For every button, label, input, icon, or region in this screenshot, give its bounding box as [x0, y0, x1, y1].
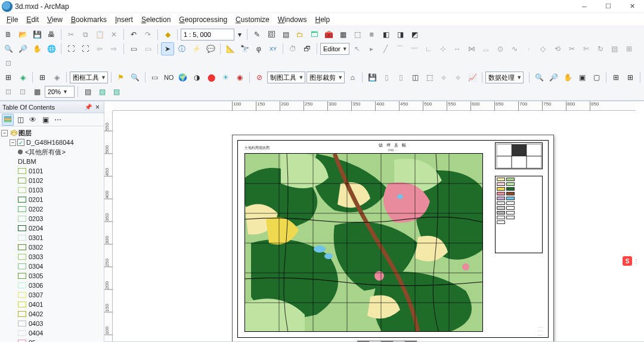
align-3-icon[interactable]: ◫: [408, 71, 422, 84]
zoom-in-icon[interactable]: 🔍: [2, 42, 15, 55]
menu-insert[interactable]: Insert: [111, 14, 137, 25]
world-icon[interactable]: 🌍: [176, 71, 189, 84]
html-popup-icon[interactable]: 💬: [204, 42, 217, 55]
layout-100-icon[interactable]: ▢: [590, 71, 603, 84]
close-panel-icon[interactable]: ×: [94, 103, 101, 111]
pin-icon[interactable]: 📌: [83, 104, 94, 110]
tree-value-row[interactable]: 0204: [1, 223, 103, 233]
tool-a-icon[interactable]: ◑: [190, 71, 203, 84]
page-canvas[interactable]: 土地利用现状图 镇 坪 县 幅 H48 ····: [113, 111, 636, 342]
list-by-drawing-order-icon[interactable]: [2, 114, 14, 126]
sun-icon[interactable]: ☀: [219, 71, 232, 84]
shuju-dropdown[interactable]: 数据处理 ▼: [485, 71, 524, 83]
select-elements-icon[interactable]: ➤: [161, 42, 174, 55]
editor-dropdown[interactable]: Editor ▼: [320, 43, 349, 55]
undo-icon[interactable]: ↶: [127, 28, 140, 41]
zoom-percent-dropdown[interactable]: 20% ▼: [45, 86, 75, 98]
minimize-button[interactable]: ─: [572, 0, 596, 13]
toc-tree[interactable]: − 图层 − ✓ D_G48H168044 <其他所有值> DLBM: [0, 126, 104, 342]
tree-value-row[interactable]: 0404: [1, 328, 103, 338]
layout-page[interactable]: 土地利用现状图 镇 坪 县 幅 H48 ····: [232, 135, 554, 342]
unknown-tool-1-icon[interactable]: ◧: [379, 28, 392, 41]
menu-view[interactable]: View: [43, 14, 67, 25]
menu-bookmarks[interactable]: Bookmarks: [67, 14, 111, 25]
collapse-icon[interactable]: −: [10, 139, 16, 146]
tuxing-dropdown[interactable]: 图形裁剪 ▼: [306, 71, 345, 83]
unknown-tool-3-icon[interactable]: ◩: [408, 28, 421, 41]
menu-help[interactable]: Help: [311, 14, 334, 25]
tree-value-row[interactable]: 0307: [1, 290, 103, 300]
tree-value-row[interactable]: 0401: [1, 300, 103, 309]
flag-icon[interactable]: ⚑: [114, 71, 128, 84]
identify-icon[interactable]: ⓘ: [175, 42, 188, 55]
tree-other-values[interactable]: <其他所有值>: [1, 147, 103, 157]
map-data-frame[interactable]: [244, 153, 483, 332]
stop-icon[interactable]: ⊘: [253, 71, 266, 84]
tukuang-dropdown[interactable]: 图框工具 ▼: [70, 71, 108, 83]
find-route-icon[interactable]: φ: [252, 42, 265, 55]
tree-value-row[interactable]: 0103: [1, 185, 103, 195]
scale-input[interactable]: [181, 29, 234, 41]
list-by-source-icon[interactable]: ◫: [14, 114, 26, 126]
tree-field-heading[interactable]: DLBM: [1, 157, 103, 166]
tool-c-icon[interactable]: ◉: [233, 71, 246, 84]
select-features-icon[interactable]: ▭: [127, 42, 140, 55]
tree-value-row[interactable]: 0101: [1, 166, 103, 176]
fixed-zoom-out-icon[interactable]: ⛶: [79, 42, 92, 55]
editor-toolbar-icon[interactable]: ✎: [250, 28, 264, 41]
full-extent-icon[interactable]: 🌐: [45, 42, 58, 55]
new-rectangle-icon[interactable]: ▭: [148, 71, 162, 84]
maximize-button[interactable]: ☐: [596, 0, 620, 13]
find-icon[interactable]: 🔭: [238, 42, 251, 55]
layout-back-icon[interactable]: ⊞: [609, 71, 623, 84]
python-window-icon[interactable]: ▦: [336, 28, 349, 41]
menu-windows[interactable]: Windows: [274, 14, 311, 25]
align-4-icon[interactable]: ⬚: [423, 71, 436, 84]
page-print-icon[interactable]: ▤: [110, 85, 123, 98]
tree-value-row[interactable]: 0306: [1, 281, 103, 290]
tree-layer[interactable]: − ✓ D_G48H168044: [1, 138, 103, 147]
collapse-icon[interactable]: −: [1, 130, 8, 136]
tree-value-row[interactable]: 0304: [1, 262, 103, 271]
model-builder-icon[interactable]: ⬚: [351, 28, 364, 41]
add-data-icon[interactable]: ◆: [161, 28, 174, 41]
zoom-out-icon[interactable]: 🔎: [16, 42, 29, 55]
page-text-icon[interactable]: ▤: [95, 85, 109, 98]
chart-icon[interactable]: 📈: [466, 71, 479, 84]
close-button[interactable]: ✕: [620, 0, 644, 13]
tree-value-row[interactable]: 0305: [1, 271, 103, 281]
zhitu-dropdown[interactable]: 制图工具 ▼: [267, 71, 305, 83]
fixed-zoom-in-icon[interactable]: ⛶: [64, 42, 78, 55]
layout-zoom-out-icon[interactable]: 🔎: [547, 71, 560, 84]
toc-icon[interactable]: ▤: [279, 28, 292, 41]
menu-selection[interactable]: Selection: [137, 14, 175, 25]
scale-dropdown-icon[interactable]: ▾: [236, 28, 244, 41]
grid-icon[interactable]: ⊞: [2, 71, 15, 84]
tree-value-row[interactable]: 0203: [1, 214, 103, 223]
toc-header[interactable]: Table Of Contents 📌 ×: [0, 101, 104, 113]
layer-add-icon[interactable]: ◈: [16, 71, 29, 84]
home-icon[interactable]: ⌂: [346, 71, 359, 84]
open-icon[interactable]: 📂: [16, 28, 29, 41]
tree-value-row[interactable]: 0102: [1, 176, 103, 185]
layer-visibility-checkbox[interactable]: ✓: [17, 139, 24, 146]
floating-ime-indicator[interactable]: S ⋮: [623, 256, 639, 266]
pan-icon[interactable]: ✋: [30, 42, 44, 55]
tree-value-row[interactable]: 0402: [1, 309, 103, 319]
menu-customize[interactable]: Customize: [231, 14, 274, 25]
tool-b-icon[interactable]: ⬤: [205, 71, 218, 84]
menu-file[interactable]: File: [2, 14, 22, 25]
measure-icon[interactable]: 📐: [224, 42, 237, 55]
layer-cfg-icon[interactable]: ◈: [50, 71, 63, 84]
tree-value-row[interactable]: 0403: [1, 319, 103, 328]
tree-value-row[interactable]: 0202: [1, 204, 103, 214]
list-by-visibility-icon[interactable]: 👁: [27, 114, 39, 126]
layout-whole-page-icon[interactable]: ▣: [575, 71, 589, 84]
tree-value-row[interactable]: 0303: [1, 252, 103, 262]
catalog-icon[interactable]: 🗀: [293, 28, 306, 41]
save-2-icon[interactable]: 💾: [366, 71, 379, 84]
grid2-icon[interactable]: ⊞: [36, 71, 49, 84]
go-to-xy-icon[interactable]: XY: [267, 42, 280, 55]
list-by-selection-icon[interactable]: ▣: [39, 114, 51, 126]
menu-geoprocessing[interactable]: Geoprocessing: [175, 14, 231, 25]
